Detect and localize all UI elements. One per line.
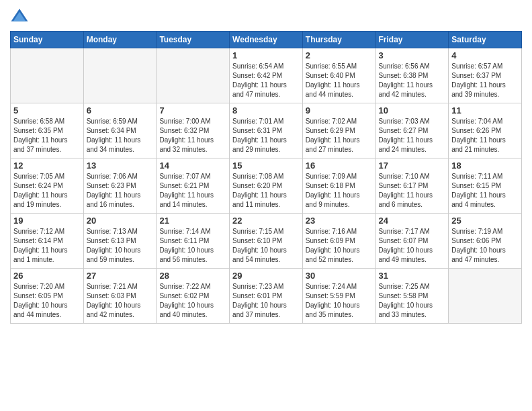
day-info: Sunrise: 7:06 AM Sunset: 6:23 PM Dayligh… <box>87 172 154 210</box>
day-number: 22 <box>232 216 300 226</box>
day-number: 23 <box>306 216 373 226</box>
logo <box>10 7 32 26</box>
header-row: SundayMondayTuesdayWednesdayThursdayFrid… <box>11 32 522 48</box>
logo-icon <box>10 7 29 26</box>
calendar-cell: 17Sunrise: 7:10 AM Sunset: 6:17 PM Dayli… <box>375 158 449 214</box>
calendar-cell: 23Sunrise: 7:16 AM Sunset: 6:09 PM Dayli… <box>302 214 375 269</box>
calendar-cell <box>449 269 522 324</box>
calendar-cell: 12Sunrise: 7:05 AM Sunset: 6:24 PM Dayli… <box>11 158 84 214</box>
calendar-cell: 9Sunrise: 7:02 AM Sunset: 6:29 PM Daylig… <box>302 103 375 158</box>
calendar-cell: 7Sunrise: 7:00 AM Sunset: 6:32 PM Daylig… <box>157 103 230 158</box>
day-info: Sunrise: 6:59 AM Sunset: 6:34 PM Dayligh… <box>87 117 154 154</box>
day-info: Sunrise: 7:03 AM Sunset: 6:27 PM Dayligh… <box>379 117 446 154</box>
day-number: 26 <box>13 271 81 281</box>
day-number: 19 <box>13 216 81 226</box>
day-number: 11 <box>451 105 519 116</box>
day-info: Sunrise: 7:07 AM Sunset: 6:21 PM Dayligh… <box>159 172 226 210</box>
week-row-3: 12Sunrise: 7:05 AM Sunset: 6:24 PM Dayli… <box>11 158 522 214</box>
calendar-cell: 11Sunrise: 7:04 AM Sunset: 6:26 PM Dayli… <box>449 103 522 158</box>
column-header-friday: Friday <box>375 32 449 48</box>
calendar-cell: 6Sunrise: 6:59 AM Sunset: 6:34 PM Daylig… <box>83 103 157 158</box>
day-number: 31 <box>379 271 446 281</box>
week-row-1: 1Sunrise: 6:54 AM Sunset: 6:42 PM Daylig… <box>11 48 522 103</box>
week-row-5: 26Sunrise: 7:20 AM Sunset: 6:05 PM Dayli… <box>11 269 522 324</box>
day-info: Sunrise: 7:04 AM Sunset: 6:26 PM Dayligh… <box>451 117 519 154</box>
day-info: Sunrise: 7:10 AM Sunset: 6:17 PM Dayligh… <box>379 172 446 210</box>
day-info: Sunrise: 7:21 AM Sunset: 6:03 PM Dayligh… <box>87 282 154 320</box>
day-number: 7 <box>159 105 226 116</box>
week-row-2: 5Sunrise: 6:58 AM Sunset: 6:35 PM Daylig… <box>11 103 522 158</box>
day-number: 30 <box>306 271 373 281</box>
day-info: Sunrise: 7:02 AM Sunset: 6:29 PM Dayligh… <box>306 117 373 154</box>
day-number: 15 <box>232 161 300 171</box>
day-info: Sunrise: 6:55 AM Sunset: 6:40 PM Dayligh… <box>306 62 373 99</box>
day-info: Sunrise: 7:11 AM Sunset: 6:15 PM Dayligh… <box>451 172 519 210</box>
calendar-cell: 15Sunrise: 7:08 AM Sunset: 6:20 PM Dayli… <box>230 158 303 214</box>
day-info: Sunrise: 7:19 AM Sunset: 6:06 PM Dayligh… <box>451 227 519 265</box>
day-info: Sunrise: 7:23 AM Sunset: 6:01 PM Dayligh… <box>232 282 300 320</box>
day-number: 4 <box>451 50 519 60</box>
column-header-monday: Monday <box>83 32 157 48</box>
day-number: 16 <box>306 161 373 171</box>
calendar-cell <box>83 48 157 103</box>
calendar-cell: 8Sunrise: 7:01 AM Sunset: 6:31 PM Daylig… <box>230 103 303 158</box>
calendar-cell: 28Sunrise: 7:22 AM Sunset: 6:02 PM Dayli… <box>157 269 230 324</box>
day-number: 25 <box>451 216 519 226</box>
day-info: Sunrise: 7:22 AM Sunset: 6:02 PM Dayligh… <box>159 282 226 320</box>
day-number: 13 <box>87 161 154 171</box>
calendar-cell: 2Sunrise: 6:55 AM Sunset: 6:40 PM Daylig… <box>302 48 375 103</box>
page: SundayMondayTuesdayWednesdayThursdayFrid… <box>0 0 532 411</box>
day-number: 1 <box>232 50 300 60</box>
week-row-4: 19Sunrise: 7:12 AM Sunset: 6:14 PM Dayli… <box>11 214 522 269</box>
day-number: 21 <box>159 216 226 226</box>
calendar-cell: 21Sunrise: 7:14 AM Sunset: 6:11 PM Dayli… <box>157 214 230 269</box>
day-info: Sunrise: 7:24 AM Sunset: 5:59 PM Dayligh… <box>306 282 373 320</box>
day-info: Sunrise: 6:58 AM Sunset: 6:35 PM Dayligh… <box>13 117 81 154</box>
day-number: 3 <box>379 50 446 60</box>
column-header-sunday: Sunday <box>11 32 84 48</box>
column-header-saturday: Saturday <box>449 32 522 48</box>
day-number: 2 <box>306 50 373 60</box>
calendar-cell: 30Sunrise: 7:24 AM Sunset: 5:59 PM Dayli… <box>302 269 375 324</box>
calendar-cell <box>11 48 84 103</box>
day-number: 27 <box>87 271 154 281</box>
calendar-cell: 22Sunrise: 7:15 AM Sunset: 6:10 PM Dayli… <box>230 214 303 269</box>
day-info: Sunrise: 7:25 AM Sunset: 5:58 PM Dayligh… <box>379 282 446 320</box>
day-number: 29 <box>232 271 300 281</box>
day-info: Sunrise: 6:57 AM Sunset: 6:37 PM Dayligh… <box>451 62 519 99</box>
calendar-cell: 14Sunrise: 7:07 AM Sunset: 6:21 PM Dayli… <box>157 158 230 214</box>
column-header-thursday: Thursday <box>302 32 375 48</box>
calendar-cell: 19Sunrise: 7:12 AM Sunset: 6:14 PM Dayli… <box>11 214 84 269</box>
day-number: 17 <box>379 161 446 171</box>
day-number: 20 <box>87 216 154 226</box>
day-number: 18 <box>451 161 519 171</box>
day-info: Sunrise: 7:15 AM Sunset: 6:10 PM Dayligh… <box>232 227 300 265</box>
day-info: Sunrise: 7:12 AM Sunset: 6:14 PM Dayligh… <box>13 227 81 265</box>
day-number: 24 <box>379 216 446 226</box>
column-header-wednesday: Wednesday <box>230 32 303 48</box>
calendar-cell: 20Sunrise: 7:13 AM Sunset: 6:13 PM Dayli… <box>83 214 157 269</box>
column-header-tuesday: Tuesday <box>157 32 230 48</box>
day-info: Sunrise: 7:08 AM Sunset: 6:20 PM Dayligh… <box>232 172 300 210</box>
calendar-cell: 31Sunrise: 7:25 AM Sunset: 5:58 PM Dayli… <box>375 269 449 324</box>
calendar-cell: 3Sunrise: 6:56 AM Sunset: 6:38 PM Daylig… <box>375 48 449 103</box>
calendar: SundayMondayTuesdayWednesdayThursdayFrid… <box>10 31 522 324</box>
day-number: 14 <box>159 161 226 171</box>
calendar-cell: 1Sunrise: 6:54 AM Sunset: 6:42 PM Daylig… <box>230 48 303 103</box>
calendar-cell: 25Sunrise: 7:19 AM Sunset: 6:06 PM Dayli… <box>449 214 522 269</box>
day-number: 10 <box>379 105 446 116</box>
calendar-cell: 16Sunrise: 7:09 AM Sunset: 6:18 PM Dayli… <box>302 158 375 214</box>
day-number: 28 <box>159 271 226 281</box>
day-number: 5 <box>13 105 81 116</box>
calendar-cell: 10Sunrise: 7:03 AM Sunset: 6:27 PM Dayli… <box>375 103 449 158</box>
day-number: 6 <box>87 105 154 116</box>
day-info: Sunrise: 7:13 AM Sunset: 6:13 PM Dayligh… <box>87 227 154 265</box>
calendar-cell <box>157 48 230 103</box>
calendar-cell: 27Sunrise: 7:21 AM Sunset: 6:03 PM Dayli… <box>83 269 157 324</box>
calendar-cell: 24Sunrise: 7:17 AM Sunset: 6:07 PM Dayli… <box>375 214 449 269</box>
day-info: Sunrise: 7:16 AM Sunset: 6:09 PM Dayligh… <box>306 227 373 265</box>
header <box>10 7 522 26</box>
calendar-cell: 29Sunrise: 7:23 AM Sunset: 6:01 PM Dayli… <box>230 269 303 324</box>
calendar-cell: 26Sunrise: 7:20 AM Sunset: 6:05 PM Dayli… <box>11 269 84 324</box>
day-info: Sunrise: 7:00 AM Sunset: 6:32 PM Dayligh… <box>159 117 226 154</box>
